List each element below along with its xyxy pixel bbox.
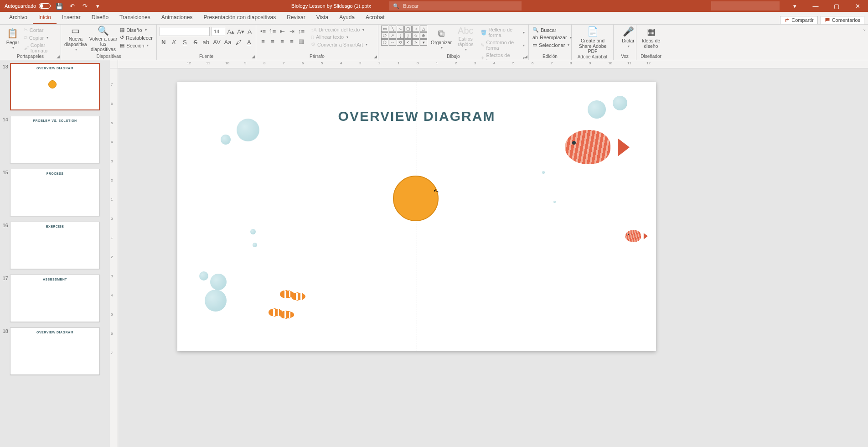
shape-outline-button[interactable]: ✎Contorno de forma▾: [480, 39, 526, 51]
font-color-icon[interactable]: A: [245, 38, 253, 46]
bold-icon[interactable]: N: [160, 38, 167, 46]
menu-tab-ayuda[interactable]: Ayuda: [334, 12, 360, 24]
tropical-fish-decor: [625, 229, 646, 244]
strike-icon[interactable]: S̶: [191, 38, 199, 46]
menu-tab-archivo[interactable]: Archivo: [4, 12, 33, 24]
dialog-launcher-font[interactable]: ◢: [252, 54, 255, 59]
quick-styles-button[interactable]: AbcEstilos rápidos▾: [455, 26, 475, 52]
group-title-slides: Diapositivas: [64, 54, 154, 60]
undo-icon[interactable]: ↶: [68, 2, 76, 10]
dialog-launcher-paragraph[interactable]: ◢: [374, 54, 377, 59]
slide-thumbnail[interactable]: PROCESS: [10, 169, 100, 216]
font-size-input[interactable]: 14: [212, 27, 225, 36]
group-title-designer: Diseñador: [639, 54, 663, 60]
slide-thumbnail[interactable]: OVERVIEW DIAGRAM: [10, 63, 100, 110]
decrease-indent-icon[interactable]: ⇤: [278, 27, 286, 35]
autosave-toggle[interactable]: Autoguardado: [5, 3, 51, 9]
new-slide-button[interactable]: ▭Nueva diapositiva▾: [64, 26, 88, 52]
arrange-button[interactable]: ⧉Organizar▾: [431, 26, 452, 52]
group-title-paragraph: Párrafo: [259, 54, 375, 60]
align-text-button[interactable]: ⎍Alinear texto▾: [310, 34, 368, 40]
replace-button[interactable]: abReemplazar▾: [532, 34, 568, 41]
create-pdf-button[interactable]: 📄 Create and Share Adobe PDF: [574, 26, 611, 54]
paste-button[interactable]: 📋 Pegar ▾: [3, 26, 23, 52]
share-button[interactable]: Compartir: [780, 16, 817, 24]
slideshow-icon[interactable]: ▾: [93, 2, 102, 10]
columns-icon[interactable]: ▥: [297, 37, 305, 45]
ribbon-display-options[interactable]: ▾: [784, 0, 805, 12]
layout-button[interactable]: ▦Diseño▾: [119, 26, 154, 33]
group-title-acrobat: Adobe Acrobat: [574, 54, 610, 60]
redo-icon[interactable]: ↷: [81, 2, 89, 10]
line-spacing-icon[interactable]: ↕≡: [297, 27, 305, 35]
format-painter-button[interactable]: 🖌Copiar formato: [23, 42, 58, 54]
increase-indent-icon[interactable]: ⇥: [288, 27, 296, 35]
slide-panel[interactable]: 13OVERVIEW DIAGRAM14PROBLEM VS. SOLUTION…: [0, 60, 103, 447]
comments-button[interactable]: Comentarios: [821, 16, 864, 24]
shadow-icon[interactable]: ab: [202, 38, 210, 46]
slide-thumbnail[interactable]: OVERVIEW DIAGRAM: [10, 327, 100, 375]
shapes-gallery[interactable]: ▭╲↘▢○△ ⬠↗{}☆⊕ ⬡↔⟲<>▾: [381, 26, 427, 52]
window-close[interactable]: ✕: [847, 0, 868, 12]
menu-tab-diseño[interactable]: Diseño: [86, 12, 114, 24]
search-box[interactable]: 🔍 Buscar: [389, 1, 522, 10]
find-button[interactable]: 🔍Buscar: [532, 26, 568, 33]
menu-tab-inicio[interactable]: Inicio: [33, 12, 57, 24]
justify-icon[interactable]: ≡: [288, 37, 296, 45]
slide-thumbnail[interactable]: EXERCISE: [10, 222, 100, 269]
menu-tab-acrobat[interactable]: Acrobat: [360, 12, 390, 24]
window-maximize[interactable]: ▢: [826, 0, 847, 12]
clear-format-icon[interactable]: A̶: [247, 27, 253, 36]
orange-circle-shape[interactable]: [393, 176, 439, 221]
reuse-slides-button[interactable]: 🔍Volver a usar las diapositivas: [88, 26, 119, 52]
menu-tab-animaciones[interactable]: Animaciones: [156, 12, 198, 24]
align-left-icon[interactable]: ≡: [259, 37, 267, 45]
highlight-icon[interactable]: 🖍: [234, 38, 242, 46]
slide-editor[interactable]: OVERVIEW DIAGRAM ↖: [118, 68, 868, 447]
text-direction-icon: ↕A: [311, 27, 317, 32]
clipboard-icon: 📋: [6, 27, 19, 39]
collapse-ribbon-icon[interactable]: ⌄: [863, 26, 866, 31]
menu-tab-revisar[interactable]: Revisar: [281, 12, 311, 24]
bubble-decor: [613, 96, 627, 110]
horizontal-ruler[interactable]: 1211109876543210123456789101112: [118, 60, 868, 68]
decrease-font-icon[interactable]: A▾: [237, 27, 245, 36]
font-name-input[interactable]: [160, 27, 210, 36]
slide-number: 13: [1, 63, 8, 110]
spacing-icon[interactable]: AV: [212, 38, 221, 46]
slide-thumbnail[interactable]: PROBLEM VS. SOLUTION: [10, 116, 100, 163]
smartart-button[interactable]: ⚙Convertir a SmartArt▾: [310, 41, 368, 48]
slide-canvas[interactable]: OVERVIEW DIAGRAM ↖: [177, 82, 656, 351]
italic-icon[interactable]: K: [170, 38, 178, 46]
select-button[interactable]: ▭Seleccionar▾: [532, 42, 568, 48]
align-right-icon[interactable]: ≡: [278, 37, 286, 45]
menu-tab-transiciones[interactable]: Transiciones: [114, 12, 156, 24]
case-icon[interactable]: Aa: [223, 38, 232, 46]
cut-button[interactable]: ✂Cortar: [23, 26, 58, 33]
menu-tab-insertar[interactable]: Insertar: [57, 12, 86, 24]
section-button[interactable]: ▤Sección▾: [119, 42, 154, 49]
menu-tab-presentación-con-diapositivas[interactable]: Presentación con diapositivas: [198, 12, 281, 24]
increase-font-icon[interactable]: A▴: [227, 27, 235, 36]
slide-thumbnail[interactable]: ASSESSMENT: [10, 275, 100, 322]
dialog-launcher-drawing[interactable]: ◢: [524, 54, 527, 59]
bullets-icon[interactable]: •≡: [259, 27, 267, 35]
underline-icon[interactable]: S: [181, 38, 189, 46]
vertical-ruler[interactable]: 765432101234567: [110, 68, 118, 447]
clownfish-decor: [280, 310, 295, 319]
copy-button[interactable]: ⧉Copiar▾: [23, 34, 58, 41]
menu-tab-vista[interactable]: Vista: [311, 12, 334, 24]
text-direction-button[interactable]: ↕ADirección del texto▾: [310, 26, 368, 33]
design-ideas-button[interactable]: ▦Ideas de diseño: [639, 26, 663, 49]
autosave-switch[interactable]: [39, 3, 51, 9]
save-icon[interactable]: 💾: [55, 2, 63, 10]
reset-button[interactable]: ↺Restablecer: [119, 34, 154, 41]
shape-fill-button[interactable]: 🪣Relleno de forma▾: [480, 26, 526, 38]
user-account[interactable]: [711, 1, 780, 10]
search-placeholder: Buscar: [403, 3, 418, 9]
dialog-launcher-clipboard[interactable]: ◢: [57, 54, 60, 59]
window-minimize[interactable]: —: [805, 0, 826, 12]
numbering-icon[interactable]: 1≡: [269, 27, 277, 35]
align-center-icon[interactable]: ≡: [269, 37, 277, 45]
ideas-icon: ▦: [645, 26, 657, 37]
